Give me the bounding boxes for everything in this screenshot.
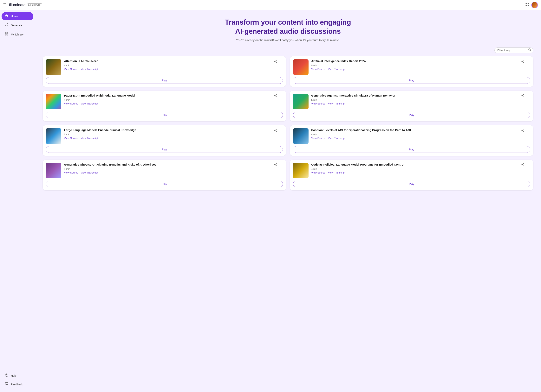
svg-point-16 [276, 62, 277, 62]
view-transcript-link[interactable]: View Transcript [81, 102, 98, 105]
thumb-image [293, 59, 308, 75]
play-button[interactable]: Play [293, 112, 530, 118]
view-transcript-link[interactable]: View Transcript [328, 171, 345, 174]
share-button[interactable] [274, 128, 277, 133]
sidebar-item-help-label: Help [11, 374, 16, 377]
view-source-link[interactable]: View Source [64, 171, 78, 174]
card-content: Generative Agents: Interactive Simulacra… [311, 94, 530, 105]
svg-point-32 [276, 96, 277, 97]
sidebar-item-my-library[interactable]: My Library [2, 30, 33, 39]
card-actions [521, 163, 530, 168]
sidebar-item-help[interactable]: Help [2, 372, 33, 380]
svg-point-5 [7, 25, 8, 26]
card-duration: 8 min [311, 64, 530, 67]
view-source-link[interactable]: View Source [311, 102, 325, 105]
more-options-button[interactable] [526, 128, 530, 133]
svg-point-24 [523, 62, 524, 62]
card-links: View Source View Transcript [64, 171, 283, 174]
svg-point-28 [528, 61, 528, 61]
view-source-link[interactable]: View Source [64, 68, 78, 71]
svg-line-58 [522, 129, 523, 130]
play-button[interactable]: Play [293, 181, 530, 187]
svg-point-43 [528, 95, 528, 95]
card-title: Code as Policies: Language Model Program… [311, 163, 521, 166]
view-source-link[interactable]: View Source [311, 171, 325, 174]
card-duration: 4 min [64, 168, 283, 170]
svg-point-67 [281, 164, 281, 164]
svg-line-49 [275, 131, 276, 131]
home-icon [5, 14, 9, 18]
svg-point-40 [523, 96, 524, 97]
card-thumbnail [46, 94, 61, 109]
view-transcript-link[interactable]: View Transcript [328, 137, 345, 140]
help-icon [5, 373, 9, 378]
header-right [525, 2, 538, 8]
more-options-button[interactable] [279, 128, 283, 133]
filter-wrapper [494, 47, 533, 53]
sidebar-item-generate[interactable]: Generate [2, 21, 33, 30]
search-icon [528, 48, 531, 52]
card-inner: Artificial Intelligence Index Report 202… [293, 59, 530, 75]
more-options-button[interactable] [526, 59, 530, 64]
svg-line-13 [530, 51, 531, 51]
share-button[interactable] [274, 59, 277, 64]
svg-point-19 [281, 60, 281, 61]
user-avatar[interactable] [531, 2, 538, 8]
svg-rect-0 [525, 3, 526, 4]
share-button[interactable] [274, 163, 277, 168]
svg-point-59 [528, 129, 528, 129]
svg-point-61 [528, 131, 528, 131]
svg-point-54 [523, 129, 524, 130]
share-button[interactable] [274, 94, 277, 98]
card-card-2: Artificial Intelligence Index Report 202… [290, 56, 533, 87]
card-duration: 4 min [64, 98, 283, 101]
filter-input[interactable] [494, 47, 533, 53]
view-source-link[interactable]: View Source [311, 68, 325, 71]
card-card-5: Large Language Models Encode Clinical Kn… [43, 125, 286, 156]
view-transcript-link[interactable]: View Transcript [81, 171, 98, 174]
more-options-button[interactable] [279, 59, 283, 64]
svg-rect-6 [5, 33, 6, 34]
card-inner: Generative Ghosts: Anticipating Benefits… [46, 163, 283, 178]
svg-line-34 [275, 95, 276, 96]
play-button[interactable]: Play [293, 146, 530, 153]
more-options-button[interactable] [526, 94, 530, 98]
play-button[interactable]: Play [46, 112, 283, 118]
play-button[interactable]: Play [293, 77, 530, 84]
view-source-link[interactable]: View Source [64, 137, 78, 140]
view-transcript-link[interactable]: View Transcript [81, 137, 98, 140]
view-transcript-link[interactable]: View Transcript [328, 68, 345, 71]
share-button[interactable] [521, 163, 525, 168]
svg-point-20 [281, 61, 281, 61]
more-options-button[interactable] [526, 163, 530, 168]
card-title: Generative Ghosts: Anticipating Benefits… [64, 163, 274, 166]
share-button[interactable] [521, 94, 525, 98]
svg-point-77 [528, 165, 528, 166]
menu-icon[interactable]: ☰ [3, 3, 7, 7]
card-thumbnail [46, 128, 61, 144]
card-header: Generative Ghosts: Anticipating Benefits… [64, 163, 283, 168]
view-source-link[interactable]: View Source [64, 102, 78, 105]
svg-point-15 [274, 61, 275, 62]
share-button[interactable] [521, 128, 525, 133]
more-options-button[interactable] [279, 163, 283, 168]
main-content: Transform your content into engagingAI-g… [35, 10, 541, 392]
play-button[interactable]: Play [46, 77, 283, 84]
svg-line-42 [522, 95, 523, 96]
card-actions [274, 163, 283, 168]
view-transcript-link[interactable]: View Transcript [81, 68, 98, 71]
play-button[interactable]: Play [46, 181, 283, 187]
svg-point-38 [523, 94, 524, 95]
view-source-link[interactable]: View Source [311, 137, 325, 140]
grid-icon[interactable] [525, 2, 529, 8]
view-transcript-link[interactable]: View Transcript [328, 102, 345, 105]
sidebar-item-feedback[interactable]: Feedback [2, 380, 33, 388]
share-button[interactable] [521, 59, 525, 64]
more-options-button[interactable] [279, 94, 283, 98]
play-button[interactable]: Play [46, 146, 283, 153]
card-card-8: Code as Policies: Language Model Program… [290, 160, 533, 190]
cards-grid: Attention Is All You Need 4 min View Sou… [43, 56, 533, 190]
sidebar-item-home[interactable]: Home [2, 12, 33, 20]
sidebar-item-home-label: Home [11, 15, 18, 18]
card-content: Generative Ghosts: Anticipating Benefits… [64, 163, 283, 174]
